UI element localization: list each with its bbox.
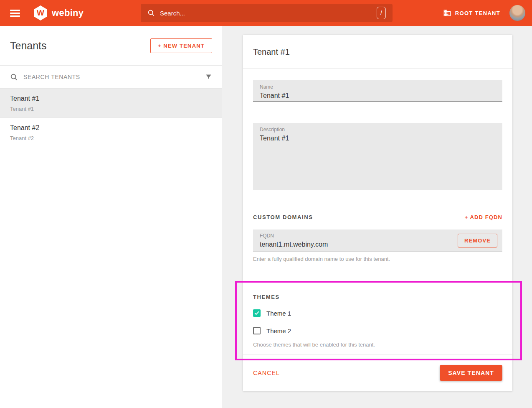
root-tenant-label: ROOT TENANT: [455, 10, 500, 16]
description-field-label: Description: [260, 127, 496, 133]
brand-name: webiny: [52, 8, 84, 18]
menu-icon[interactable]: [10, 10, 20, 17]
global-search-bar[interactable]: /: [141, 4, 393, 22]
webiny-hexagon-icon: W: [33, 5, 48, 20]
page-title: Tenants: [10, 40, 47, 52]
search-icon: [10, 73, 18, 81]
top-app-bar: W webiny / ROOT TENANT: [0, 0, 532, 26]
theme-option-row: Theme 1: [253, 309, 502, 317]
slash-shortcut-badge: /: [377, 7, 386, 19]
user-avatar[interactable]: [509, 5, 525, 21]
theme-option-row: Theme 2: [253, 326, 502, 335]
form-header: Tenant #1: [243, 35, 512, 69]
tenant-list-item[interactable]: Tenant #1 Tenant #1: [0, 89, 222, 118]
logo-letter: W: [37, 8, 44, 18]
fqdn-field[interactable]: FQDN REMOVE: [253, 230, 502, 252]
theme-2-checkbox[interactable]: [253, 327, 261, 334]
new-tenant-button[interactable]: + NEW TENANT: [150, 38, 212, 53]
fqdn-input[interactable]: [260, 241, 458, 248]
save-tenant-button[interactable]: SAVE TENANT: [440, 365, 502, 381]
cancel-button[interactable]: CANCEL: [253, 370, 280, 376]
search-icon: [147, 9, 155, 17]
tenant-item-subtitle: Tenant #2: [10, 135, 212, 141]
name-input[interactable]: [260, 92, 496, 99]
filter-icon[interactable]: [205, 74, 212, 81]
add-fqdn-button[interactable]: + ADD FQDN: [465, 214, 502, 220]
theme-label: Theme 1: [266, 310, 291, 317]
custom-domains-heading: CUSTOM DOMAINS: [253, 214, 313, 220]
global-search-input[interactable]: [160, 10, 377, 17]
form-footer: CANCEL SAVE TENANT: [243, 354, 512, 391]
fqdn-field-label: FQDN: [260, 233, 458, 239]
theme-1-checkbox[interactable]: [253, 309, 261, 317]
themes-helper-text: Choose themes that will be enabled for t…: [253, 342, 502, 348]
themes-section: THEMES Theme 1 Theme 2: [253, 293, 502, 348]
tenant-form-card: Tenant #1 Name Description Tenant #1 CUS…: [243, 35, 512, 391]
custom-domains-header: CUSTOM DOMAINS + ADD FQDN: [253, 214, 502, 220]
tenant-details-area: Tenant #1 Name Description Tenant #1 CUS…: [222, 26, 532, 408]
tenant-search-input[interactable]: [23, 74, 200, 80]
tenant-search-bar: [0, 66, 222, 89]
tenants-list-panel: Tenants + NEW TENANT Tenant #1 Tenant #1…: [0, 26, 222, 408]
form-title: Tenant #1: [253, 47, 502, 57]
tenant-item-title: Tenant #2: [10, 124, 212, 132]
theme-label: Theme 2: [266, 327, 291, 334]
tenant-list-item[interactable]: Tenant #2 Tenant #2: [0, 118, 222, 147]
themes-heading: THEMES: [253, 294, 280, 300]
tenants-list-header: Tenants + NEW TENANT: [0, 26, 222, 66]
remove-fqdn-button[interactable]: REMOVE: [458, 234, 497, 247]
name-field-label: Name: [260, 84, 496, 90]
building-icon: [443, 9, 451, 17]
tenant-item-subtitle: Tenant #1: [10, 106, 212, 112]
main-layout: Tenants + NEW TENANT Tenant #1 Tenant #1…: [0, 26, 532, 408]
webiny-logo[interactable]: W webiny: [33, 5, 84, 20]
fqdn-helper-text: Enter a fully qualified domain name to u…: [253, 256, 502, 262]
app-root: W webiny / ROOT TENANT Tenants + N: [0, 0, 532, 408]
description-input[interactable]: Tenant #1: [260, 135, 496, 142]
root-tenant-selector[interactable]: ROOT TENANT: [443, 9, 500, 17]
form-body: Name Description Tenant #1 CUSTOM DOMAIN…: [243, 69, 512, 354]
description-field[interactable]: Description Tenant #1: [253, 123, 502, 190]
name-field[interactable]: Name: [253, 80, 502, 102]
topbar-right-cluster: ROOT TENANT: [443, 0, 525, 26]
tenant-item-title: Tenant #1: [10, 95, 212, 102]
